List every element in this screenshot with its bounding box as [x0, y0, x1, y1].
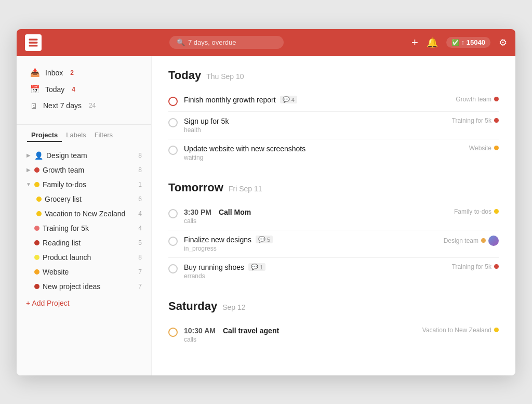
- search-icon: 🔍: [177, 38, 185, 46]
- sidebar: 📥 Inbox 2 📅 Today 4 🗓 Next 7 days 24 Pro…: [17, 56, 152, 375]
- sidebar-item-inbox[interactable]: 📥 Inbox 2: [25, 64, 143, 81]
- search-box[interactable]: 🔍 7 days, overdue: [169, 36, 284, 49]
- today-date: Thu Sep 10: [206, 72, 244, 81]
- comment-badge-t5: 💬 5: [256, 236, 273, 243]
- notifications-button[interactable]: 🔔: [427, 37, 438, 48]
- tab-projects[interactable]: Projects: [27, 129, 62, 142]
- today-count: 4: [72, 86, 75, 93]
- task-project-name-t5: Design team: [444, 237, 478, 244]
- search-placeholder: 7 days, overdue: [188, 38, 236, 46]
- task-checkbox-t4[interactable]: [168, 209, 178, 218]
- product-dot: [34, 255, 39, 260]
- comment-count-t1: 4: [291, 97, 295, 103]
- task-name-text-t3: Update website with new screenshots: [184, 145, 305, 153]
- task-sub-t3: waiting: [184, 154, 455, 161]
- task-checkbox-t3[interactable]: [168, 146, 178, 155]
- task-checkbox-t5[interactable]: [168, 237, 178, 246]
- comment-badge-t6: 💬 1: [248, 263, 265, 271]
- reading-label: Reading list: [43, 239, 135, 247]
- task-sub-t4: calls: [184, 217, 440, 225]
- sidebar-item-family-todos[interactable]: ▼ Family to-dos 1: [21, 177, 147, 192]
- inbox-icon: 📥: [30, 68, 40, 77]
- task-sub-t5: in_progress: [184, 245, 429, 252]
- sidebar-item-new-project-ideas[interactable]: New project ideas 7: [21, 279, 147, 294]
- add-project-label: + Add Project: [26, 299, 70, 307]
- task-time-t4: 3:30 PM: [184, 208, 211, 216]
- next7-icon: 🗓: [30, 101, 38, 110]
- karma-badge[interactable]: ✅ ↑ 15040: [446, 37, 490, 48]
- sidebar-item-today[interactable]: 📅 Today 4: [25, 81, 143, 98]
- task-project-dot-t7: [494, 328, 499, 332]
- today-header: Today Thu Sep 10: [168, 69, 499, 82]
- vacation-count: 4: [138, 210, 142, 217]
- task-name-t3: Update website with new screenshots: [184, 145, 455, 153]
- chevron-right-icon2: ▶: [26, 167, 31, 173]
- task-finalize-designs: Finalize new designs 💬 5 in_progress Des…: [168, 230, 499, 258]
- add-button[interactable]: +: [411, 36, 418, 49]
- sidebar-item-next7[interactable]: 🗓 Next 7 days 24: [25, 98, 143, 114]
- sidebar-divider: [17, 124, 151, 125]
- task-name-text-t6: Buy running shoes: [184, 263, 244, 271]
- task-checkbox-t7[interactable]: [168, 328, 178, 337]
- app-logo[interactable]: [25, 34, 42, 51]
- chevron-down-icon: ▼: [26, 181, 31, 187]
- search-area: 🔍 7 days, overdue: [48, 36, 405, 49]
- training-count: 4: [138, 225, 142, 232]
- sidebar-item-design-team[interactable]: ▶ 👤 Design team 8: [21, 148, 147, 163]
- header: 🔍 7 days, overdue + 🔔 ✅ ↑ 15040 ⚙: [17, 29, 515, 56]
- task-project-name-t3: Website: [469, 145, 491, 152]
- comment-icon-t6: 💬: [251, 264, 258, 270]
- sidebar-item-growth-team[interactable]: ▶ Growth team 8: [21, 163, 147, 177]
- tab-filters[interactable]: Filters: [90, 129, 117, 142]
- body: 📥 Inbox 2 📅 Today 4 🗓 Next 7 days 24 Pro…: [17, 56, 515, 375]
- task-name-t1: Finish monthly growth report 💬 4: [184, 96, 441, 104]
- sidebar-item-vacation[interactable]: Vacation to New Zealand 4: [21, 206, 147, 221]
- training-dot: [34, 226, 39, 231]
- sidebar-item-reading[interactable]: Reading list 5: [21, 236, 147, 250]
- grocery-label: Grocery list: [45, 195, 135, 203]
- task-finish-report: Finish monthly growth report 💬 4 Growth …: [168, 90, 499, 112]
- task-time-t7: 10:30 AM: [184, 327, 216, 335]
- sidebar-item-product-launch[interactable]: Product launch 8: [21, 250, 147, 265]
- task-name-t2: Sign up for 5k: [184, 117, 437, 125]
- website-dot: [34, 269, 39, 275]
- settings-button[interactable]: ⚙: [499, 37, 507, 48]
- karma-value: ↑ 15040: [461, 38, 485, 46]
- today-title: Today: [168, 69, 201, 82]
- task-project-t5: Design team: [435, 236, 499, 246]
- design-team-count: 8: [138, 152, 142, 159]
- grocery-count: 6: [138, 196, 142, 203]
- task-project-name-t6: Training for 5k: [452, 263, 491, 270]
- avatar-t5: [488, 236, 499, 246]
- tomorrow-section: Tomorrow Fri Sep 11 3:30 PM Call Mom cal…: [168, 181, 499, 285]
- task-body-t6: Buy running shoes 💬 1 errands: [184, 263, 437, 280]
- sidebar-item-grocery-list[interactable]: Grocery list 6: [21, 192, 147, 206]
- project-list: ▶ 👤 Design team 8 ▶ Growth team 8 ▼ Fami…: [17, 148, 151, 294]
- svg-rect-2: [29, 45, 38, 46]
- task-project-t2: Training for 5k: [444, 117, 499, 124]
- growth-team-count: 8: [138, 166, 142, 174]
- tab-labels[interactable]: Labels: [62, 129, 90, 142]
- task-project-dot-t6: [494, 264, 499, 269]
- task-project-t7: Vacation to New Zealand: [414, 327, 499, 334]
- add-project-button[interactable]: + Add Project: [17, 296, 151, 310]
- growth-team-label: Growth team: [43, 166, 135, 174]
- task-project-dot-t1: [494, 97, 499, 101]
- task-checkbox-t6[interactable]: [168, 264, 178, 273]
- family-todos-dot: [34, 182, 39, 187]
- person-icon: 👤: [34, 151, 43, 160]
- task-checkbox-t1[interactable]: [168, 97, 178, 106]
- saturday-title: Saturday: [168, 299, 217, 313]
- task-call-mom: 3:30 PM Call Mom calls Family to-dos: [168, 203, 499, 230]
- task-checkbox-t2[interactable]: [168, 118, 178, 127]
- sidebar-item-training[interactable]: Training for 5k 4: [21, 221, 147, 236]
- task-project-dot-t2: [494, 118, 499, 123]
- task-name-t7: 10:30 AM Call travel agent: [184, 327, 408, 335]
- sidebar-item-website[interactable]: Website 7: [21, 265, 147, 279]
- task-update-website: Update website with new screenshots wait…: [168, 139, 499, 166]
- task-name-text-t7: Call travel agent: [223, 327, 279, 335]
- comment-icon-t1: 💬: [283, 96, 290, 103]
- task-project-name-t1: Growth team: [456, 96, 491, 103]
- product-count: 8: [138, 254, 142, 261]
- new-ideas-count: 7: [138, 283, 142, 290]
